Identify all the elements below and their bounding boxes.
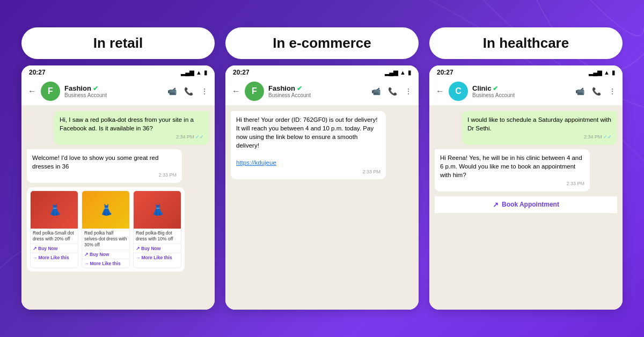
ecommerce-panel: In e-commerce 20:27 ▂▄▆ ▲ ▮ ← F Fashion — [225, 27, 419, 310]
healthcare-msg-sent-text: I would like to schedule a Saturday appo… — [467, 116, 611, 131]
healthcare-msg-sent-time: 2:34 PM ✓✓ — [467, 134, 612, 141]
ecommerce-status-icons: ▂▄▆ ▲ ▮ — [385, 69, 411, 76]
product-btn-3[interactable]: ↗ Buy Now — [134, 244, 181, 253]
book-appointment-label: Book Appointment — [502, 201, 559, 208]
buy-icon-1: ↗ — [33, 246, 37, 251]
ecommerce-chat-header: ← F Fashion ✔ Business Account 📹 📞 ⋮ — [225, 77, 419, 106]
healthcare-status-icons: ▂▄▆ ▲ ▮ — [589, 69, 615, 76]
product-btn-2[interactable]: ↗ Buy Now — [82, 250, 129, 259]
retail-chat-actions: 📹 📞 ⋮ — [167, 87, 208, 96]
delivery-link[interactable]: https://kdujeue — [236, 159, 276, 166]
healthcare-msg-received: Hi Reena! Yes, he will be in his clinic … — [435, 149, 590, 192]
phone-icon[interactable]: 📞 — [184, 87, 193, 96]
retail-chat-name-area: Fashion ✔ Business Account — [64, 84, 163, 98]
buy-icon-2: ↗ — [84, 252, 89, 257]
retail-msg-received-text: Welcome! I'd love to show you some great… — [32, 155, 158, 170]
arrow-icon-1: → — [33, 255, 38, 260]
retail-msg-received-time: 2:33 PM — [32, 172, 177, 179]
product-card-2: 👗 Red polka half selves-dot dress with 3… — [82, 191, 130, 268]
healthcare-chat-name: Clinic ✔ — [472, 84, 571, 92]
healthcare-avatar: C — [449, 82, 468, 101]
healthcare-msg-received-time: 2:33 PM — [440, 180, 584, 187]
battery-icon-2: ▮ — [408, 69, 411, 76]
buy-icon-3: ↗ — [136, 246, 140, 251]
verified-icon-2: ✔ — [297, 85, 302, 92]
healthcare-chat-body: I would like to schedule a Saturday appo… — [429, 106, 623, 310]
retail-panel: In retail 20:27 ▂▄▆ ▲ ▮ ← F Fashion — [21, 27, 215, 310]
ecommerce-msg-time: 2:33 PM — [236, 169, 380, 175]
ecommerce-msg-text: Hi there! Your order (ID: 762GF0) is out… — [236, 116, 377, 149]
wifi-icon-2: ▲ — [400, 69, 406, 76]
signal-icon-3: ▂▄▆ — [589, 69, 602, 76]
retail-status-icons: ▂▄▆ ▲ ▮ — [181, 69, 207, 76]
battery-icon-3: ▮ — [612, 69, 615, 76]
back-arrow-icon[interactable]: ← — [28, 86, 36, 96]
healthcare-msg-received-text: Hi Reena! Yes, he will be in his clinic … — [440, 155, 582, 178]
read-ticks-2: ✓✓ — [603, 134, 612, 140]
phone-icon-2[interactable]: 📞 — [388, 87, 397, 96]
product-card-1: 👗 Red polka-Small dot dress with 20% off… — [30, 191, 78, 268]
healthcare-chat-name-area: Clinic ✔ Business Account — [472, 84, 571, 98]
healthcare-chat-sub: Business Account — [472, 92, 571, 98]
wifi-icon-3: ▲ — [604, 69, 610, 76]
product-more-1[interactable]: → More Like this — [31, 253, 78, 262]
healthcare-title-text: In healthcare — [483, 35, 569, 51]
main-container: In retail 20:27 ▂▄▆ ▲ ▮ ← F Fashion — [11, 17, 633, 320]
retail-avatar: F — [41, 82, 60, 101]
product-more-3[interactable]: → More Like this — [134, 253, 181, 262]
ecommerce-chat-actions: 📹 📞 ⋮ — [371, 87, 412, 96]
verified-icon: ✔ — [93, 85, 98, 92]
product-card-3: 👗 Red polka-Big dot dress with 10% off ↗… — [133, 191, 181, 268]
product-desc-1: Red polka-Small dot dress with 20% off — [31, 229, 78, 244]
healthcare-phone: 20:27 ▂▄▆ ▲ ▮ ← C Clinic ✔ Business A — [429, 65, 623, 310]
wifi-icon: ▲ — [196, 69, 202, 76]
retail-avatar-letter: F — [48, 86, 53, 96]
ecommerce-phone: 20:27 ▂▄▆ ▲ ▮ ← F Fashion ✔ Business — [225, 65, 419, 310]
retail-chat-body: Hi, I saw a red polka-dot dress from you… — [21, 106, 215, 310]
ecommerce-title-text: In e-commerce — [273, 35, 371, 51]
more-icon-2[interactable]: ⋮ — [405, 87, 412, 96]
battery-icon: ▮ — [204, 69, 207, 76]
ecommerce-chat-sub: Business Account — [268, 92, 367, 98]
calendar-icon: ↗ — [493, 201, 499, 209]
product-btn-1[interactable]: ↗ Buy Now — [31, 244, 78, 253]
retail-msg-received: Welcome! I'd love to show you some great… — [27, 149, 182, 183]
product-desc-3: Red polka-Big dot dress with 10% off — [134, 229, 181, 244]
video-icon-3[interactable]: 📹 — [575, 87, 584, 96]
healthcare-chat-header: ← C Clinic ✔ Business Account 📹 📞 ⋮ — [429, 77, 623, 106]
retail-product-cards: 👗 Red polka-Small dot dress with 20% off… — [27, 187, 185, 272]
verified-icon-3: ✔ — [493, 85, 498, 92]
healthcare-status-bar: 20:27 ▂▄▆ ▲ ▮ — [429, 65, 623, 77]
retail-title-text: In retail — [93, 35, 143, 51]
arrow-icon-3: → — [136, 255, 141, 260]
read-ticks: ✓✓ — [195, 134, 204, 140]
ecommerce-title: In e-commerce — [225, 27, 419, 59]
product-img-2: 👗 — [82, 191, 130, 229]
more-icon[interactable]: ⋮ — [201, 87, 208, 96]
retail-status-bar: 20:27 ▂▄▆ ▲ ▮ — [21, 65, 215, 77]
more-icon-3[interactable]: ⋮ — [609, 87, 616, 96]
ecommerce-chat-body: Hi there! Your order (ID: 762GF0) is out… — [225, 106, 419, 310]
healthcare-msg-sent: I would like to schedule a Saturday appo… — [462, 111, 617, 145]
retail-chat-header: ← F Fashion ✔ Business Account 📹 📞 ⋮ — [21, 77, 215, 106]
book-appointment-btn[interactable]: ↗ Book Appointment — [435, 196, 617, 213]
retail-chat-sub: Business Account — [64, 92, 163, 98]
video-icon-2[interactable]: 📹 — [371, 87, 380, 96]
video-icon[interactable]: 📹 — [167, 87, 177, 96]
healthcare-time: 20:27 — [437, 69, 453, 76]
back-arrow-icon-3[interactable]: ← — [436, 86, 444, 96]
back-arrow-icon-2[interactable]: ← — [232, 86, 240, 96]
product-more-2[interactable]: → More Like this — [82, 259, 129, 268]
retail-msg-sent-text: Hi, I saw a red polka-dot dress from you… — [60, 116, 194, 131]
healthcare-panel: In healthcare 20:27 ▂▄▆ ▲ ▮ ← C Clinic — [429, 27, 623, 310]
healthcare-chat-actions: 📹 📞 ⋮ — [575, 87, 616, 96]
ecommerce-msg-received: Hi there! Your order (ID: 762GF0) is out… — [231, 111, 386, 179]
retail-time: 20:27 — [29, 69, 46, 76]
healthcare-title: In healthcare — [429, 27, 623, 59]
product-desc-2: Red polka half selves-dot dress with 30%… — [82, 229, 129, 250]
ecommerce-chat-name-area: Fashion ✔ Business Account — [268, 84, 367, 98]
retail-title: In retail — [21, 27, 215, 59]
retail-msg-sent: Hi, I saw a red polka-dot dress from you… — [54, 111, 209, 145]
phone-icon-3[interactable]: 📞 — [592, 87, 601, 96]
ecommerce-status-bar: 20:27 ▂▄▆ ▲ ▮ — [225, 65, 419, 77]
